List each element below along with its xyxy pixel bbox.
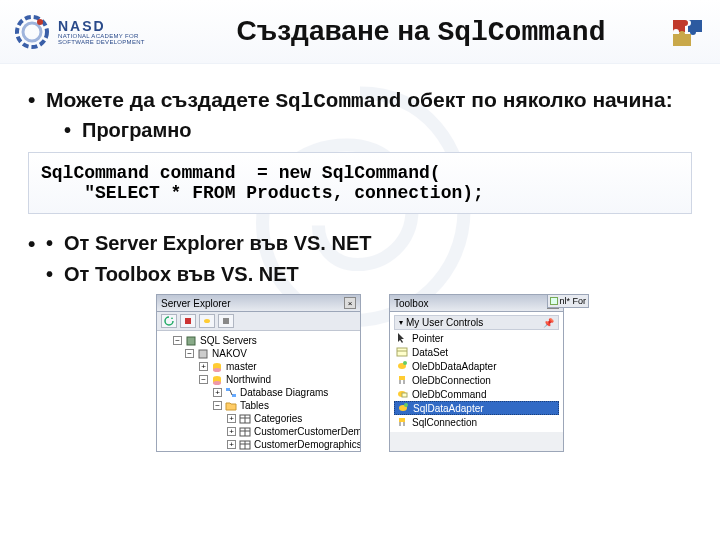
svg-rect-37 (402, 393, 407, 397)
overflow-tab: nl* For (547, 294, 589, 308)
title-code: SqlCommand (437, 17, 605, 48)
toolbox-titlebar: Toolbox × (390, 295, 563, 312)
bullet-sub-2: От Server Explorer във VS. NET (28, 232, 692, 255)
close-icon[interactable]: × (344, 297, 356, 309)
bullet-sub-1: Програмно (46, 119, 692, 142)
toolbar-stop-button[interactable] (180, 314, 196, 328)
brand-name: NASD (58, 19, 145, 33)
svg-rect-15 (232, 394, 236, 397)
pointer-icon (396, 332, 408, 344)
server-explorer-titlebar: Server Explorer × (157, 295, 360, 312)
tree-row[interactable]: +Categories (161, 412, 356, 425)
svg-point-13 (213, 381, 221, 385)
toolbar-server-button[interactable] (218, 314, 234, 328)
tree-row[interactable]: +Database Diagrams (161, 386, 356, 399)
server-node-icon (197, 348, 209, 360)
toolbar-connect-button[interactable] (199, 314, 215, 328)
svg-rect-5 (223, 318, 229, 324)
header-bar: NASD NATIONAL ACADEMY FOR SOFTWARE DEVEL… (0, 0, 720, 64)
server-explorer-panel: Server Explorer × −SQL Servers −NAKOV +m… (156, 294, 361, 452)
diagram-icon (225, 387, 237, 399)
command-icon (396, 388, 408, 400)
toolbox-item[interactable]: DataSet (394, 345, 559, 359)
toolbox-item[interactable]: OleDbDataAdapter (394, 359, 559, 373)
toolbox-list[interactable]: ▾ My User Controls 📌 Pointer DataSet Ole… (390, 312, 563, 432)
tree-row[interactable]: −Northwind (161, 373, 356, 386)
server-explorer-title: Server Explorer (161, 298, 230, 309)
bullet-main-code: SqlCommand (275, 90, 401, 113)
toolbox-section-header[interactable]: ▾ My User Controls 📌 (394, 315, 559, 330)
database-icon (211, 374, 223, 386)
toolbox-item[interactable]: SqlConnection (394, 415, 559, 429)
svg-rect-14 (226, 388, 230, 391)
database-icon (211, 361, 223, 373)
tree-row[interactable]: +master (161, 360, 356, 373)
svg-rect-6 (187, 337, 195, 345)
toolbox-item[interactable]: OleDbConnection (394, 373, 559, 387)
svg-rect-33 (399, 376, 405, 380)
toolbar-refresh-button[interactable] (161, 314, 177, 328)
server-explorer-tree[interactable]: −SQL Servers −NAKOV +master −Northwind +… (157, 331, 360, 451)
adapter-icon (397, 402, 409, 414)
server-explorer-toolbar (157, 312, 360, 331)
table-icon (239, 413, 251, 425)
folder-icon (225, 400, 237, 412)
toolbox-item[interactable]: OleDbCommand (394, 387, 559, 401)
svg-rect-3 (185, 318, 191, 324)
puzzle-icon (668, 12, 708, 52)
svg-point-1 (23, 23, 41, 41)
pin-icon[interactable]: 📌 (543, 318, 554, 328)
tree-row[interactable]: −SQL Servers (161, 334, 356, 347)
adapter-icon (396, 360, 408, 372)
dataset-icon (396, 346, 408, 358)
tree-row[interactable]: −NAKOV (161, 347, 356, 360)
bullet-main-text-2: обект по няколко начина: (401, 88, 672, 111)
svg-point-32 (403, 361, 407, 365)
svg-point-10 (213, 368, 221, 372)
bullet-sub-3: От Toolbox във VS. NET (28, 263, 692, 286)
tree-row[interactable]: +CustomerCustomerDemo (161, 425, 356, 438)
connection-icon (396, 416, 408, 428)
toolbox-title: Toolbox (394, 298, 428, 309)
table-icon (239, 426, 251, 438)
svg-point-2 (37, 19, 43, 25)
title-text: Създаване на (237, 15, 438, 46)
tree-row[interactable]: +CustomerDemographics (161, 438, 356, 451)
connection-icon (396, 374, 408, 386)
tree-row[interactable]: −Tables (161, 399, 356, 412)
toolbox-item-selected[interactable]: SqlDataAdapter (394, 401, 559, 415)
svg-point-39 (404, 403, 408, 407)
svg-line-16 (230, 390, 232, 395)
slide-title: Създаване на SqlCommand (182, 15, 660, 48)
toolbox-item[interactable]: Pointer (394, 331, 559, 345)
logo-ring-icon (12, 12, 52, 52)
svg-rect-7 (199, 350, 207, 358)
bullet-main-text-1: Можете да създадете (46, 88, 275, 111)
svg-rect-40 (399, 418, 405, 422)
table-icon (239, 439, 251, 451)
logo: NASD NATIONAL ACADEMY FOR SOFTWARE DEVEL… (12, 12, 182, 52)
collapse-icon: ▾ (399, 318, 403, 327)
form-icon (550, 297, 558, 305)
server-icon (185, 335, 197, 347)
code-block: SqlCommand command = new SqlCommand( "SE… (28, 152, 692, 214)
bullet-main: Можете да създадете SqlCommand обект по … (28, 88, 692, 142)
svg-rect-29 (397, 348, 407, 356)
brand-subtitle-2: SOFTWARE DEVELOPMENT (58, 39, 145, 45)
svg-point-4 (204, 319, 210, 323)
toolbox-panel: nl* For Toolbox × ▾ My User Controls 📌 P… (389, 294, 564, 452)
